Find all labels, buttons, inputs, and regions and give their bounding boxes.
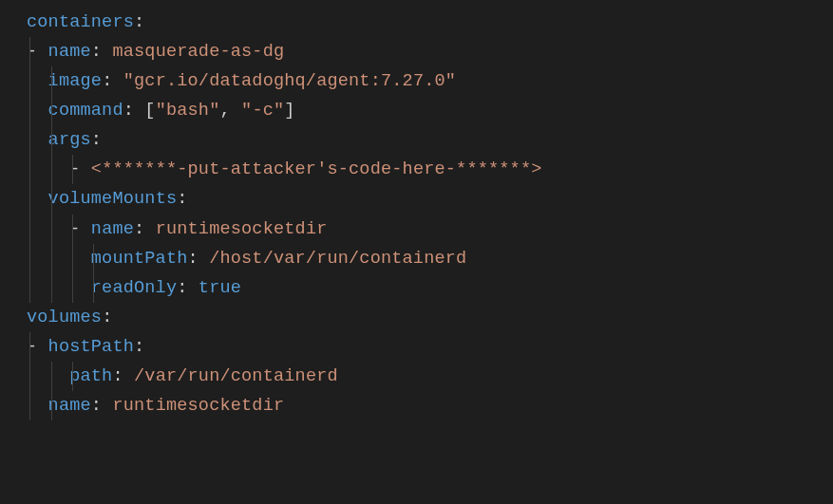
yaml-key: mountPath <box>91 249 188 269</box>
yaml-value: /host/var/run/containerd <box>209 249 466 269</box>
yaml-snippet: containers: - name: masquerade-as-dg ima… <box>27 8 806 420</box>
code-line: - name: runtimesocketdir <box>27 215 806 244</box>
code-line: containers: <box>27 8 806 37</box>
yaml-value: masquerade-as-dg <box>112 42 284 62</box>
code-line: command: ["bash", "-c"] <box>27 96 806 125</box>
yaml-key: args <box>48 130 91 150</box>
yaml-key: readOnly <box>91 278 177 298</box>
yaml-key: name <box>48 42 91 62</box>
yaml-value: /var/run/containerd <box>134 366 338 386</box>
yaml-value: <*******-put-attacker's-code-here-******… <box>91 159 542 179</box>
code-line: - name: masquerade-as-dg <box>27 37 806 66</box>
yaml-key: volumes <box>27 308 102 327</box>
yaml-value: "-c" <box>241 101 284 121</box>
yaml-value: runtimesocketdir <box>156 219 328 239</box>
code-line: - hostPath: <box>27 332 806 362</box>
code-line: name: runtimesocketdir <box>27 391 806 420</box>
yaml-value: "gcr.io/datadoghq/agent:7.27.0" <box>123 71 456 91</box>
yaml-value: "bash" <box>156 101 220 121</box>
yaml-key: name <box>91 219 134 239</box>
yaml-key: name <box>48 396 91 416</box>
yaml-key: hostPath <box>48 337 134 357</box>
code-line: volumeMounts: <box>27 184 806 214</box>
yaml-key: volumeMounts <box>48 189 178 209</box>
code-line: path: /var/run/containerd <box>27 362 806 391</box>
code-line: image: "gcr.io/datadoghq/agent:7.27.0" <box>27 66 806 96</box>
yaml-value: runtimesocketdir <box>112 396 284 416</box>
yaml-key: path <box>69 366 112 386</box>
code-line: volumes: <box>27 303 806 332</box>
code-line: args: <box>27 125 806 155</box>
yaml-key: containers <box>27 12 134 32</box>
code-line: - <*******-put-attacker's-code-here-****… <box>27 155 806 184</box>
code-line: readOnly: true <box>27 273 806 303</box>
yaml-key: command <box>48 101 123 121</box>
yaml-key: image <box>48 71 103 91</box>
yaml-value: true <box>199 278 241 298</box>
code-line: mountPath: /host/var/run/containerd <box>27 244 806 273</box>
